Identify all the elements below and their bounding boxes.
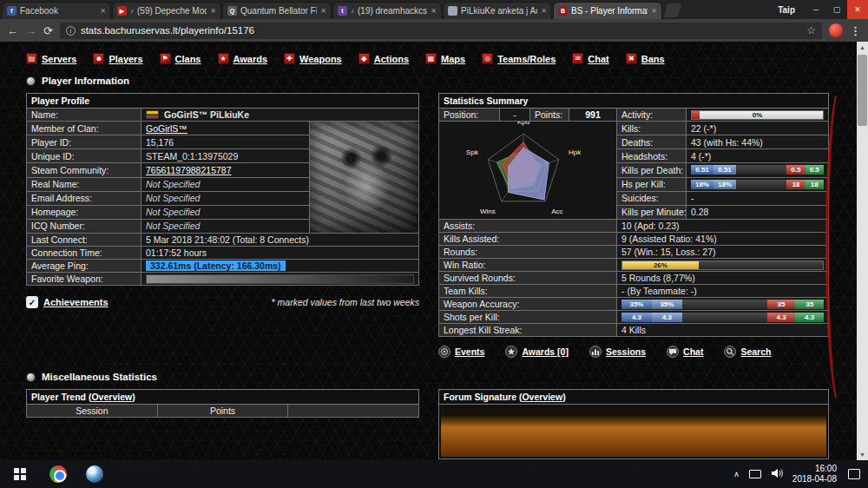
page-content: ▤Servers☻Players⚑Clans★Awards✚Weapons◆Ac…: [0, 42, 868, 460]
section-label: Miscellaneous Statistics: [42, 372, 157, 382]
tab-close-icon[interactable]: ✕: [320, 7, 326, 15]
stats-row: Win Ratio:26%: [439, 259, 829, 272]
nav-item-players[interactable]: ☻Players: [93, 53, 142, 64]
browser-tab[interactable]: fFacebook✕: [2, 2, 111, 19]
trend-column-header: Session: [27, 405, 158, 418]
start-button[interactable]: [0, 460, 40, 488]
tab-close-icon[interactable]: ✕: [431, 7, 437, 15]
tray-volume-icon[interactable]: [771, 466, 783, 482]
nav-icon: ◎: [482, 53, 493, 64]
profile-row-value[interactable]: GoGirlS™: [141, 122, 310, 135]
forward-button[interactable]: →: [25, 25, 36, 36]
extension-icon[interactable]: [829, 23, 843, 37]
trend-overview-link[interactable]: Overview: [91, 392, 132, 402]
back-button[interactable]: ←: [7, 25, 18, 36]
nav-icon: ▤: [26, 53, 37, 64]
awards-link[interactable]: Awards [0]: [505, 346, 569, 358]
events-link[interactable]: Events: [438, 346, 484, 358]
bar-segment-track: [682, 313, 767, 322]
address-bar[interactable]: i stats.bachuruservas.lt/playerinfo/1517…: [60, 23, 822, 39]
radar-axis-label: Kpd: [517, 122, 529, 126]
nav-icon: ☻: [93, 53, 104, 64]
bar-segment-track: [682, 300, 767, 309]
minimize-button[interactable]: ─: [806, 0, 826, 19]
search-link[interactable]: Search: [724, 346, 771, 358]
tray-display-icon[interactable]: [749, 470, 761, 478]
page-info-icon[interactable]: i: [66, 26, 76, 36]
points-value: 991: [569, 109, 617, 122]
browser-window: fFacebook✕▶♪(59) Depeche Mode✕QQuantum B…: [0, 0, 868, 488]
profile-value-link[interactable]: GoGirlS™: [146, 123, 187, 134]
profile-row-value: [141, 273, 419, 286]
browser-tab[interactable]: t♪(19) dreamhackcsgo✕: [332, 2, 442, 19]
url-text: stats.bachuruservas.lt/playerinfo/15176: [81, 25, 254, 36]
nav-label: Weapons: [299, 54, 342, 64]
tab-close-icon[interactable]: ✕: [210, 7, 216, 15]
search-icon: [724, 346, 736, 358]
bar-segment-green: 4.3: [795, 313, 824, 322]
nav-item-clans[interactable]: ⚑Clans: [160, 53, 201, 64]
profile-value-link[interactable]: 76561197988215787: [146, 165, 232, 175]
browser-profile-name[interactable]: Taip: [778, 5, 795, 15]
tab-audio-icon[interactable]: ♪: [351, 7, 354, 15]
tab-audio-icon[interactable]: ♪: [130, 7, 134, 15]
win-ratio-bar: 26%: [621, 260, 824, 270]
stats-row-label: Team Kills:: [439, 285, 617, 298]
sessions-link[interactable]: Sessions: [589, 346, 646, 358]
profile-row: Average Ping:332.61ms (Latency: 166.30ms…: [27, 260, 419, 273]
chat-link[interactable]: Chat: [667, 346, 703, 358]
nav-item-maps[interactable]: ▦Maps: [425, 53, 465, 64]
nav-item-bans[interactable]: ✖Bans: [626, 53, 665, 64]
scroll-up-arrow[interactable]: ▲: [857, 42, 868, 53]
profile-row-label: Name:: [27, 109, 141, 122]
nav-label: Servers: [42, 54, 76, 64]
scrollbar-thumb[interactable]: [858, 55, 867, 126]
radar-svg: KpdHpkAccWinsSpk: [439, 122, 614, 217]
nav-item-teams-roles[interactable]: ◎Teams/Roles: [482, 53, 556, 64]
taskbar-clock[interactable]: 16:00 2018-04-08: [792, 464, 837, 485]
nav-item-weapons[interactable]: ✚Weapons: [284, 53, 342, 64]
profile-row-value[interactable]: 76561197988215787: [141, 163, 310, 177]
radar-axis-label: Spk: [466, 148, 479, 156]
browser-tab[interactable]: ▶♪(59) Depeche Mode✕: [112, 2, 221, 19]
nav-item-chat[interactable]: ✉Chat: [572, 53, 608, 64]
browser-tab[interactable]: QQuantum Bellator Fire✕: [222, 2, 332, 19]
new-tab-button[interactable]: [663, 3, 681, 17]
facebook-favicon: f: [7, 6, 16, 16]
achievements-link[interactable]: ✓ Achievements: [26, 296, 108, 308]
signature-overview-link[interactable]: Overview: [522, 392, 562, 402]
page-scrollbar[interactable]: ▲ ▼: [857, 42, 868, 460]
stats-row-label: Assists:: [439, 220, 617, 233]
profile-row-value: GoGirlS™ PiLkiuKe: [141, 109, 419, 122]
profile-row-label: Email Address:: [27, 191, 141, 205]
maximize-button[interactable]: ▢: [826, 0, 847, 19]
bar-segment-blue1: 4.3: [621, 313, 652, 322]
section-player-information: Player Information: [26, 76, 829, 86]
player-trend-title: Player Trend (Overview): [27, 390, 419, 405]
nav-item-awards[interactable]: ★Awards: [218, 53, 268, 64]
bar-segment-green: 18: [806, 180, 824, 189]
stats-row-value: 0.28: [687, 205, 829, 219]
profile-row-value: Not Specified: [141, 177, 310, 191]
action-center-icon[interactable]: [848, 469, 860, 479]
nav-item-actions[interactable]: ◆Actions: [358, 53, 409, 64]
section-bullet-icon: [26, 76, 36, 86]
browser-tab[interactable]: PiLkiuKe anketa į Admi✕: [443, 2, 552, 19]
taskbar-steam-icon[interactable]: [76, 460, 113, 488]
stat-links: EventsAwards [0]SessionsChatSearch: [438, 346, 829, 358]
scroll-down-arrow[interactable]: ▼: [857, 449, 868, 460]
nav-item-servers[interactable]: ▤Servers: [26, 53, 76, 64]
taskbar-chrome-icon[interactable]: [40, 460, 76, 488]
youtube-favicon: ▶: [117, 6, 127, 16]
browser-menu-icon[interactable]: ⋮: [850, 24, 861, 37]
close-button[interactable]: ✕: [847, 0, 868, 19]
tab-close-icon[interactable]: ✕: [651, 7, 657, 15]
stats-row: Team Kills:- (By Teammate: -): [439, 285, 829, 298]
tab-close-icon[interactable]: ✕: [100, 7, 106, 15]
reload-button[interactable]: ⟳: [43, 25, 53, 36]
browser-tab[interactable]: BBS - Player Information✕: [553, 2, 662, 19]
tray-expand-icon[interactable]: ∧: [733, 470, 740, 478]
bookmark-star-icon[interactable]: ☆: [806, 24, 816, 36]
tab-close-icon[interactable]: ✕: [541, 7, 547, 15]
trend-column-spacer: [288, 405, 419, 418]
